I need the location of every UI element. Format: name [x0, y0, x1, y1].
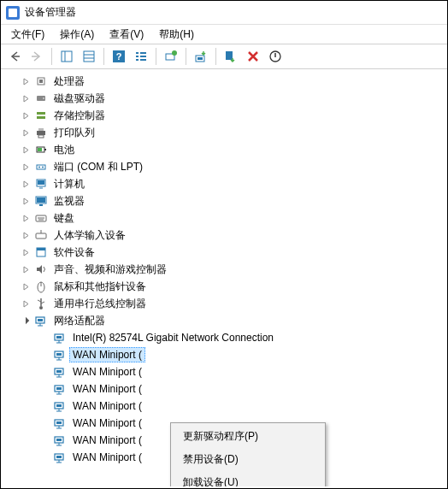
- back-button[interactable]: [4, 46, 25, 67]
- expand-icon[interactable]: [20, 109, 32, 121]
- expand-icon[interactable]: [20, 178, 32, 190]
- tree-category[interactable]: 计算机: [6, 175, 447, 192]
- expand-icon[interactable]: [20, 212, 32, 224]
- uninstall-device-button[interactable]: [243, 46, 263, 67]
- category-label: 键盘: [50, 209, 78, 227]
- device-tree[interactable]: 处理器磁盘驱动器存储控制器打印队列电池端口 (COM 和 LPT)计算机监视器键…: [1, 69, 447, 486]
- forward-button[interactable]: [27, 46, 47, 67]
- tree-category[interactable]: 声音、视频和游戏控制器: [6, 261, 447, 278]
- disable-device-button[interactable]: [265, 46, 286, 67]
- menu-view[interactable]: 查看(V): [103, 26, 150, 44]
- tree-category[interactable]: 磁盘驱动器: [6, 90, 447, 107]
- enable-device-button[interactable]: [221, 46, 241, 67]
- svg-rect-11: [136, 59, 139, 61]
- category-label: 打印队列: [50, 124, 98, 142]
- expand-icon[interactable]: [20, 298, 32, 309]
- svg-rect-76: [56, 421, 62, 424]
- show-hide-tree-button[interactable]: [56, 46, 77, 67]
- network-adapter-item[interactable]: WAN Miniport (: [37, 398, 447, 415]
- network-adapter-icon: [53, 451, 67, 464]
- collapse-icon[interactable]: [20, 315, 32, 327]
- category-label: 磁盘驱动器: [50, 90, 109, 108]
- category-label: 人体学输入设备: [50, 227, 129, 244]
- svg-rect-0: [62, 51, 72, 62]
- adapter-label: WAN Miniport (: [69, 433, 145, 448]
- adapter-label: WAN Miniport (: [69, 347, 145, 362]
- menubar: 文件(F) 操作(A) 查看(V) 帮助(H): [1, 25, 447, 44]
- svg-rect-35: [38, 180, 44, 185]
- tree-category[interactable]: 人体学输入设备: [6, 227, 447, 244]
- monitor-icon: [34, 194, 48, 208]
- svg-rect-43: [36, 233, 46, 239]
- ctx-uninstall-device[interactable]: 卸载设备(U): [173, 471, 323, 486]
- tree-category[interactable]: 监视器: [6, 192, 447, 209]
- printer-icon: [34, 126, 48, 139]
- svg-point-49: [39, 306, 43, 309]
- network-adapter-item[interactable]: WAN Miniport (: [37, 363, 447, 380]
- expand-icon[interactable]: [20, 195, 32, 207]
- titlebar: 设备管理器: [1, 1, 447, 25]
- svg-rect-31: [37, 165, 45, 169]
- expand-icon[interactable]: [20, 92, 32, 104]
- category-label: 电池: [50, 141, 78, 159]
- svg-point-32: [38, 167, 40, 168]
- tree-category[interactable]: 打印队列: [6, 124, 447, 141]
- network-adapter-icon: [53, 382, 67, 396]
- update-driver-button[interactable]: [191, 46, 211, 67]
- svg-rect-38: [37, 197, 45, 203]
- tree-category[interactable]: 软件设备: [6, 244, 447, 261]
- storage-icon: [34, 109, 48, 122]
- svg-rect-8: [140, 52, 146, 54]
- svg-rect-12: [140, 59, 146, 61]
- svg-rect-17: [226, 51, 233, 60]
- category-label: 软件设备: [50, 244, 98, 262]
- svg-rect-72: [56, 404, 62, 407]
- adapter-label: WAN Miniport (: [69, 450, 145, 465]
- mouse-icon: [34, 280, 48, 293]
- category-label: 声音、视频和游戏控制器: [50, 261, 170, 279]
- category-label: 计算机: [50, 175, 88, 193]
- ctx-disable-device[interactable]: 禁用设备(D): [173, 448, 323, 471]
- svg-rect-20: [39, 80, 43, 83]
- menu-file[interactable]: 文件(F): [4, 26, 51, 44]
- svg-rect-52: [38, 319, 43, 321]
- hid-icon: [34, 228, 48, 242]
- expand-icon[interactable]: [20, 127, 32, 138]
- properties-button[interactable]: [79, 46, 99, 67]
- tree-category[interactable]: 存储控制器: [6, 107, 447, 124]
- adapter-label: WAN Miniport (: [69, 398, 145, 414]
- tree-category[interactable]: 处理器: [6, 73, 447, 90]
- list-button[interactable]: [131, 46, 151, 67]
- svg-rect-9: [136, 56, 139, 57]
- tree-category[interactable]: 端口 (COM 和 LPT): [6, 158, 447, 175]
- expand-icon[interactable]: [20, 263, 32, 275]
- tree-category[interactable]: 键盘: [6, 209, 447, 227]
- svg-rect-80: [56, 439, 62, 441]
- tree-category[interactable]: 鼠标和其他指针设备: [6, 278, 447, 295]
- menu-action[interactable]: 操作(A): [53, 26, 101, 44]
- context-menu: 更新驱动程序(P) 禁用设备(D) 卸载设备(U) 扫描检测硬件改动(A) 属性…: [170, 422, 326, 486]
- tree-category[interactable]: 通用串行总线控制器: [6, 295, 447, 312]
- help-button[interactable]: ?: [109, 46, 129, 67]
- network-adapter-item[interactable]: Intel(R) 82574L Gigabit Network Connecti…: [37, 329, 447, 346]
- svg-rect-84: [56, 456, 62, 458]
- svg-rect-7: [136, 52, 139, 54]
- app-icon: [6, 6, 20, 20]
- network-adapter-item[interactable]: WAN Miniport (: [37, 380, 447, 398]
- scan-hardware-button[interactable]: [161, 46, 181, 67]
- network-adapter-item[interactable]: WAN Miniport (: [37, 346, 447, 363]
- expand-icon[interactable]: [20, 280, 32, 292]
- menu-help[interactable]: 帮助(H): [152, 26, 201, 44]
- ctx-update-driver[interactable]: 更新驱动程序(P): [173, 425, 323, 448]
- svg-rect-68: [56, 387, 62, 390]
- expand-icon[interactable]: [20, 144, 32, 156]
- svg-rect-25: [37, 131, 45, 135]
- tree-category[interactable]: 电池: [6, 141, 447, 158]
- svg-rect-23: [37, 112, 45, 115]
- expand-icon[interactable]: [20, 75, 32, 87]
- expand-icon[interactable]: [20, 246, 32, 258]
- svg-rect-27: [38, 135, 44, 138]
- computer-icon: [34, 177, 48, 191]
- expand-icon[interactable]: [20, 161, 32, 173]
- expand-icon[interactable]: [20, 229, 32, 241]
